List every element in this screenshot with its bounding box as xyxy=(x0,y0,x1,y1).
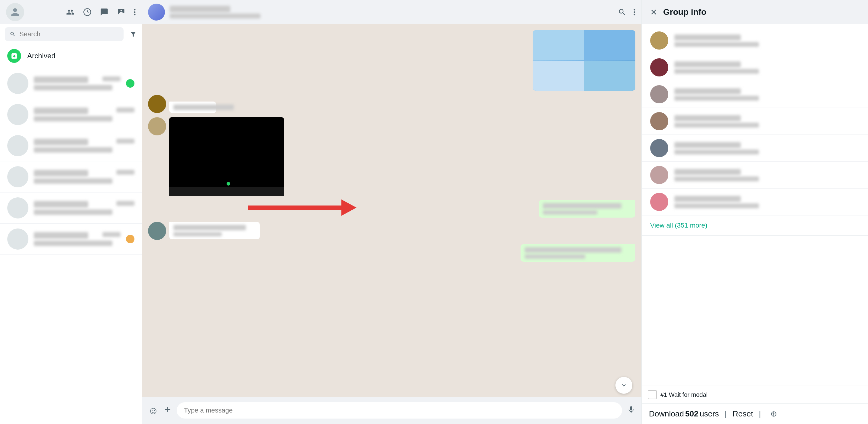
message-text xyxy=(543,210,597,215)
member-info xyxy=(674,61,860,74)
reset-button[interactable]: Reset xyxy=(733,409,753,419)
search-input[interactable] xyxy=(19,30,119,38)
member-status xyxy=(674,203,759,208)
avatar xyxy=(148,95,166,113)
close-button[interactable]: ✕ xyxy=(650,7,657,17)
member-name xyxy=(674,88,741,94)
list-item[interactable] xyxy=(0,192,142,224)
download-bar: Download 502 users | Reset | ⊕ xyxy=(642,404,868,424)
message-text xyxy=(174,225,246,230)
chat-name xyxy=(34,139,88,145)
chat-name xyxy=(34,108,88,114)
group-info-panel: ✕ Group info xyxy=(642,0,868,424)
member-status xyxy=(674,177,759,181)
attach-button[interactable] xyxy=(163,405,172,416)
svg-point-1 xyxy=(134,9,136,10)
chat-content xyxy=(34,201,134,215)
chat-messages xyxy=(142,24,642,397)
chat-preview xyxy=(34,241,113,246)
user-avatar[interactable] xyxy=(6,3,24,21)
message-bubble xyxy=(539,200,636,218)
group-info-header: ✕ Group info xyxy=(642,0,868,24)
archived-row[interactable]: Archived xyxy=(0,44,142,68)
avatar xyxy=(7,73,28,94)
unread-badge xyxy=(126,79,134,88)
list-item[interactable] xyxy=(0,99,142,130)
list-item[interactable] xyxy=(642,135,868,162)
menu-icon[interactable] xyxy=(134,8,136,16)
status-icon[interactable] xyxy=(83,8,92,16)
chat-content xyxy=(34,77,121,90)
avatar xyxy=(148,117,166,135)
mic-button[interactable] xyxy=(627,405,636,417)
avatar xyxy=(148,222,166,240)
wait-modal-row: #1 Wait for modal xyxy=(642,386,868,404)
member-status xyxy=(674,96,759,101)
chat-content xyxy=(34,139,134,153)
member-status xyxy=(674,42,759,47)
message-text xyxy=(525,254,585,259)
move-icon[interactable]: ⊕ xyxy=(770,409,777,419)
chat-menu-icon[interactable] xyxy=(633,8,636,16)
member-info xyxy=(674,115,860,127)
community-icon[interactable] xyxy=(66,8,74,16)
download-label[interactable]: Download xyxy=(649,409,684,419)
group-bottom-toolbar: #1 Wait for modal Download 502 users | R… xyxy=(642,386,868,424)
message-group xyxy=(148,30,636,91)
message-group xyxy=(148,244,636,262)
wait-modal-checkbox[interactable] xyxy=(648,390,657,399)
member-name xyxy=(674,61,741,67)
member-list: View all (351 more) xyxy=(642,24,868,424)
archived-icon xyxy=(7,49,21,63)
chat-time xyxy=(116,170,134,175)
list-item[interactable] xyxy=(0,224,142,255)
svg-point-2 xyxy=(134,11,136,13)
member-name xyxy=(674,115,741,121)
list-item[interactable] xyxy=(642,162,868,189)
wait-modal-label: #1 Wait for modal xyxy=(660,391,708,398)
new-chat-icon[interactable] xyxy=(117,8,125,16)
svg-point-6 xyxy=(634,14,636,16)
message-group xyxy=(148,117,636,196)
archived-label: Archived xyxy=(27,52,55,60)
search-chat-icon[interactable] xyxy=(618,8,626,16)
list-item[interactable] xyxy=(642,81,868,108)
chat-content xyxy=(34,170,134,184)
video-message xyxy=(169,117,284,196)
view-all-button[interactable]: View all (351 more) xyxy=(642,215,868,236)
list-item[interactable] xyxy=(642,27,868,54)
unread-badge xyxy=(126,235,134,243)
separator2: | xyxy=(757,409,763,419)
message-text xyxy=(543,203,621,209)
chat-name xyxy=(170,6,230,12)
filter-icon[interactable] xyxy=(130,31,137,38)
message-input[interactable] xyxy=(177,402,622,419)
avatar xyxy=(7,198,28,218)
message-text xyxy=(174,104,234,110)
member-status xyxy=(674,150,759,154)
list-item[interactable] xyxy=(642,189,868,215)
chat-icon[interactable] xyxy=(100,8,108,16)
list-item[interactable] xyxy=(0,68,142,99)
svg-point-5 xyxy=(634,11,636,13)
user-count: 502 xyxy=(685,409,698,419)
message-group xyxy=(148,95,636,113)
avatar xyxy=(650,139,668,157)
chat-avatar[interactable] xyxy=(148,4,165,21)
search-bar xyxy=(0,24,142,44)
member-info xyxy=(674,196,860,208)
chat-top-bar xyxy=(142,0,642,24)
list-item[interactable] xyxy=(0,161,142,192)
member-name xyxy=(674,34,741,40)
avatar xyxy=(650,31,668,50)
emoji-button[interactable]: ☺ xyxy=(148,405,159,417)
users-label: users xyxy=(700,409,719,419)
list-item[interactable] xyxy=(642,54,868,81)
sidebar: Archived xyxy=(0,0,142,424)
message-bubble xyxy=(169,222,260,239)
list-item[interactable] xyxy=(0,130,142,161)
member-status xyxy=(674,123,759,127)
avatar xyxy=(7,135,28,156)
scroll-down-button[interactable] xyxy=(615,377,632,394)
list-item[interactable] xyxy=(642,108,868,135)
